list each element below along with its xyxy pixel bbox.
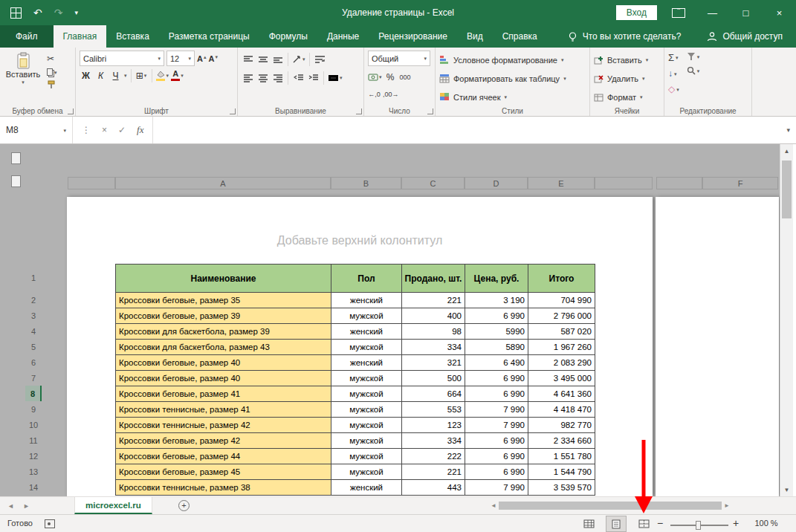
align-right-button[interactable] <box>271 71 284 85</box>
row-header-2[interactable]: 2 <box>25 292 42 308</box>
copy-button[interactable]: ▾ <box>47 68 57 76</box>
sort-filter-button[interactable]: ▾ <box>687 52 700 61</box>
merge-center-button[interactable]: ▾ <box>328 71 343 85</box>
column-header-c[interactable]: C <box>401 177 465 189</box>
table-cell[interactable]: 587 020 <box>528 324 595 340</box>
font-dialog-launcher-icon[interactable] <box>230 108 236 114</box>
sheet-tab-active[interactable]: microexcel.ru <box>74 497 152 514</box>
maximize-button[interactable]: □ <box>729 0 763 25</box>
borders-button[interactable]: ⊞▾ <box>135 68 148 82</box>
page-layout-view-button[interactable] <box>606 516 626 531</box>
table-cell[interactable]: Кроссовки беговые, размер 40 <box>116 355 331 371</box>
paste-button[interactable]: Вставить ▾ <box>4 51 42 89</box>
tab-данные[interactable]: Данные <box>317 25 369 48</box>
table-cell[interactable]: Кроссовки теннисные, размер 41 <box>116 402 331 418</box>
table-cell[interactable]: женский <box>331 480 402 496</box>
scroll-up-icon[interactable]: ▲ <box>780 148 793 155</box>
redo-icon[interactable]: ↷ <box>54 7 63 18</box>
zoom-out-button[interactable]: − <box>657 517 663 529</box>
decrease-indent-button[interactable] <box>292 71 305 85</box>
orientation-button[interactable]: ▾ <box>292 52 305 66</box>
table-cell[interactable]: 334 <box>402 340 465 355</box>
row-header-3[interactable]: 3 <box>25 308 42 323</box>
table-cell[interactable]: 334 <box>402 433 465 449</box>
conditional-formatting-button[interactable]: Условное форматирование ▾ <box>439 51 586 69</box>
table-cell[interactable]: мужской <box>331 371 402 386</box>
table-cell[interactable]: 2 083 290 <box>528 355 595 371</box>
bold-button[interactable]: Ж <box>80 68 92 82</box>
table-cell[interactable]: 5990 <box>465 324 528 340</box>
table-cell[interactable]: мужской <box>331 340 402 355</box>
row-header-7[interactable]: 7 <box>25 370 42 386</box>
align-left-button[interactable] <box>242 71 254 85</box>
italic-button[interactable]: К <box>94 68 107 82</box>
scroll-right-icon[interactable]: ► <box>724 502 730 509</box>
prev-sheet-icon[interactable]: ◄ <box>7 502 14 510</box>
table-cell[interactable]: 222 <box>402 449 465 464</box>
row-header-11[interactable]: 11 <box>25 432 42 448</box>
table-cell[interactable]: Кроссовки беговые, размер 40 <box>116 371 331 386</box>
table-cell[interactable]: 500 <box>402 371 465 386</box>
underline-caret-icon[interactable]: ▾ <box>124 73 127 78</box>
table-cell[interactable]: 6 990 <box>465 371 528 386</box>
table-cell[interactable]: 6 990 <box>465 386 528 402</box>
cut-button[interactable]: ✂ <box>47 53 57 64</box>
tell-me-search[interactable]: Что вы хотите сделать? <box>568 25 682 48</box>
accounting-format-button[interactable]: ▾ <box>368 70 382 84</box>
decrease-decimal-button[interactable]: ,00→ <box>383 87 399 101</box>
tab-разметка-страницы[interactable]: Разметка страницы <box>159 25 259 48</box>
format-cells-button[interactable]: Формат ▾ <box>594 88 660 106</box>
table-cell[interactable]: 553 <box>402 402 465 418</box>
formula-bar-expand-icon[interactable]: ▾ <box>786 126 790 134</box>
vertical-scroll-thumb[interactable] <box>782 160 792 218</box>
next-sheet-icon[interactable]: ► <box>23 502 30 510</box>
increase-indent-button[interactable] <box>307 71 320 85</box>
table-cell[interactable]: Кроссовки теннисные, размер 42 <box>116 418 331 433</box>
table-cell[interactable]: 704 990 <box>528 293 595 308</box>
table-cell[interactable]: 2 334 660 <box>528 433 595 449</box>
cell-styles-button[interactable]: Стили ячеек ▾ <box>439 88 586 106</box>
alignment-dialog-launcher-icon[interactable] <box>356 108 362 114</box>
number-format-combo[interactable]: Общий ▾ <box>368 51 430 66</box>
format-as-table-button[interactable]: Форматировать как таблицу ▾ <box>439 69 586 88</box>
page-header-placeholder[interactable]: Добавьте верхний колонтитул <box>67 234 653 247</box>
align-bottom-button[interactable] <box>271 52 284 66</box>
font-color-button[interactable]: А▾ <box>171 68 184 82</box>
table-cell[interactable]: 7 990 <box>465 418 528 433</box>
name-box[interactable]: M8 ▾ <box>0 117 73 143</box>
tab-справка[interactable]: Справка <box>493 25 547 48</box>
row-header-4[interactable]: 4 <box>25 323 42 339</box>
shrink-font-button[interactable]: А▾ <box>208 54 217 63</box>
table-cell[interactable]: 221 <box>402 464 465 480</box>
table-cell[interactable]: 3 190 <box>465 293 528 308</box>
table-cell[interactable]: 1 544 790 <box>528 464 595 480</box>
table-cell[interactable]: женский <box>331 355 402 371</box>
table-cell[interactable]: Кроссовки для баскетбола, размер 39 <box>116 324 331 340</box>
format-painter-button[interactable] <box>47 80 57 89</box>
comma-style-button[interactable]: 000 <box>399 70 412 84</box>
tab-главная[interactable]: Главная <box>54 25 107 48</box>
table-cell[interactable]: 400 <box>402 308 465 324</box>
table-cell[interactable]: Кроссовки для баскетбола, размер 43 <box>116 340 331 355</box>
row-header-1[interactable]: 1 <box>25 264 42 292</box>
grow-font-button[interactable]: А▴ <box>197 54 206 63</box>
new-sheet-button[interactable]: + <box>178 500 190 511</box>
table-cell[interactable]: 1 967 260 <box>528 340 595 355</box>
align-middle-button[interactable] <box>256 52 269 66</box>
column-header-e[interactable]: E <box>528 177 595 189</box>
row-header-12[interactable]: 12 <box>25 448 42 464</box>
number-dialog-launcher-icon[interactable] <box>427 108 433 114</box>
table-cell[interactable]: мужской <box>331 402 402 418</box>
table-cell[interactable]: мужской <box>331 418 402 433</box>
table-cell[interactable]: 3 495 000 <box>528 371 595 386</box>
horizontal-scrollbar[interactable]: ◄ ► <box>491 501 747 510</box>
table-cell[interactable]: Кроссовки беговые, размер 45 <box>116 464 331 480</box>
percent-style-button[interactable]: % <box>384 70 397 84</box>
underline-button[interactable]: Ч <box>109 68 122 82</box>
table-cell[interactable]: Кроссовки беговые, размер 41 <box>116 386 331 402</box>
table-cell[interactable]: Кроссовки беговые, размер 42 <box>116 433 331 449</box>
excel-app-icon[interactable] <box>10 7 22 19</box>
scroll-down-icon[interactable]: ▼ <box>780 487 793 493</box>
formula-input[interactable] <box>152 117 777 143</box>
table-cell[interactable]: Кроссовки беговые, размер 44 <box>116 449 331 464</box>
